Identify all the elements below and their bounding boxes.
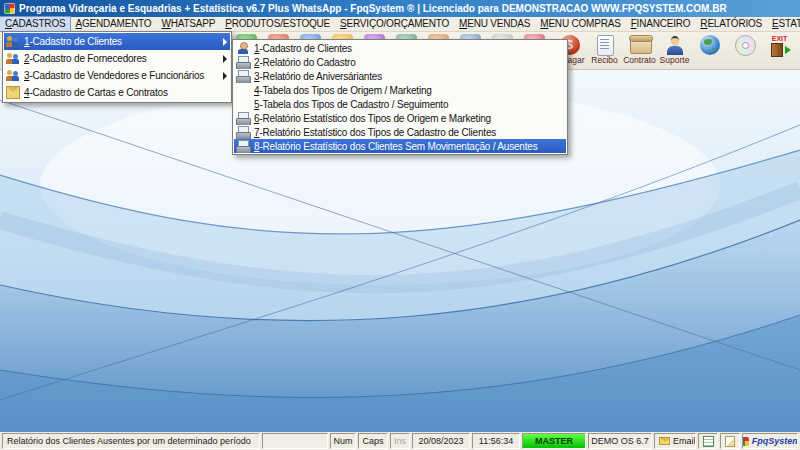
exit-button[interactable]: EXIT [762,33,797,55]
menu-item-icon [236,56,250,69]
menu-item[interactable]: 3-Cadastro de Vendedores e Funcionários [4,67,230,84]
menu-item-label: 7-Relatório Estatístico dos Tipos de Cad… [254,127,555,138]
menu-item-icon [236,140,250,153]
exit-label: EXIT [767,35,793,42]
menu-item-label: 3-Cadastro de Vendedores e Funcionários [24,70,219,81]
menu-item-label: 4-Cadastro de Cartas e Contratos [24,87,219,98]
toolbar-button[interactable] [727,33,762,65]
brand-badge: FpqSystem [742,433,798,449]
menu-item[interactable]: 4-Cadastro de Cartas e Contratos [4,84,230,101]
menu-item-label: 3-Relatório de Aniversáriantes [254,71,555,82]
toolbar-button-icon [594,35,616,55]
fpqsystem-logo-icon [742,437,749,446]
menubar-item[interactable]: MENU COMPRAS [535,17,625,31]
menu-item-icon [236,70,250,83]
menubar-item[interactable]: PRODUTOS/ESTOQUE [220,17,335,31]
toolbar-button[interactable]: Suporte [657,33,692,65]
app-icon [4,3,15,14]
menu-item-label: 5-Tabela dos Tipos de Cadastro / Seguime… [254,99,555,110]
menu-item-label: 6-Relatório Estatístico dos Tipos de Ori… [254,113,555,124]
toolbar-button[interactable] [692,33,727,65]
email-button[interactable]: Email [654,433,696,449]
submenu-arrow-icon [223,55,227,63]
submenu-arrow-icon [223,38,227,46]
version-display: DEMO OS 6.7 [588,433,652,449]
menu-item-icon [236,98,250,111]
menu-item-icon [6,69,20,82]
clientes-submenu: 1-Cadastro de Clientes 2-Relatório do Ca… [232,39,568,155]
status-filler [262,433,328,449]
time-display: 11:56:34 [472,433,520,449]
cadastros-menu: 1-Cadastro de Clientes 2-Cadastro de For… [2,31,232,103]
app-window: Programa Vidraçaria e Esquadrias + Estat… [0,0,800,450]
capslock-indicator: Caps [358,433,388,449]
menubar-item[interactable]: RELATÓRIOS [695,17,767,31]
titlebar[interactable]: Programa Vidraçaria e Esquadrias + Estat… [0,0,800,17]
menubar-item[interactable]: WHATSAPP [156,17,220,31]
toolbar-button-label: Recibo [591,56,617,65]
toolbar-button[interactable]: Recibo [587,33,622,65]
submenu-arrow-icon [223,72,227,80]
toolbar-button[interactable]: Contrato [622,33,657,65]
menubar-item[interactable]: CADASTROS [0,17,70,31]
statusbar: Relatório dos Clientes Ausentes por um d… [0,432,800,450]
menu-item[interactable]: 8-Relatório Estatístico dos Clientes Sem… [234,139,566,153]
spreadsheet-icon [703,436,714,447]
toolbar-button-label: Contrato [623,56,656,65]
status-hint: Relatório dos Clientes Ausentes por um d… [2,433,260,449]
envelope-icon [659,437,670,445]
toolbar-button-icon [664,35,686,55]
menu-item-icon [236,42,250,55]
menu-item-icon [6,35,20,48]
menu-item-label: 4-Tabela dos Tipos de Origem / Marketing [254,85,555,96]
menubar-item[interactable]: FINANCEIRO [626,17,696,31]
spreadsheet-button[interactable] [698,433,718,449]
brand-label: FpqSystem [752,436,798,446]
menu-item[interactable]: 4-Tabela dos Tipos de Origem / Marketing [234,83,566,97]
date-display: 20/08/2023 [412,433,470,449]
toolbar-button-icon [699,35,721,55]
menubar-item[interactable]: AGENDAMENTO [70,17,156,31]
menu-item[interactable]: 1-Cadastro de Clientes [4,33,230,50]
menu-item[interactable]: 7-Relatório Estatístico dos Tipos de Cad… [234,125,566,139]
notes-button[interactable] [720,433,740,449]
user-badge: MASTER [522,433,586,449]
menubar-item[interactable]: MENU VENDAS [454,17,535,31]
toolbar-button-label: Suporte [660,56,690,65]
menu-item-label: 2-Cadastro de Fornecedores [24,53,219,64]
exit-door-icon: EXIT [767,35,793,55]
menubar-item[interactable]: SERVIÇO/ORÇAMENTO [335,17,454,31]
insert-indicator: Ins [390,433,410,449]
menu-item-icon [236,126,250,139]
menubar-item[interactable]: ESTATISTICA [767,17,800,31]
menu-item[interactable]: 3-Relatório de Aniversáriantes [234,69,566,83]
toolbar-button-icon [629,35,651,55]
menu-item-label: 1-Cadastro de Clientes [24,36,219,47]
menu-item-icon [6,52,20,65]
menu-item-label: 8-Relatório Estatístico dos Clientes Sem… [254,141,555,152]
numlock-indicator: Num [330,433,356,449]
menu-item-label: 2-Relatório do Cadastro [254,57,555,68]
menu-item[interactable]: 1-Cadastro de Clientes [234,41,566,55]
menu-item-icon [236,112,250,125]
menu-item[interactable]: 2-Relatório do Cadastro [234,55,566,69]
menu-item[interactable]: 6-Relatório Estatístico dos Tipos de Ori… [234,111,566,125]
menu-item[interactable]: 2-Cadastro de Fornecedores [4,50,230,67]
note-icon [725,436,735,447]
menu-item-icon [6,86,20,99]
menu-item-icon [236,84,250,97]
menubar: CADASTROSAGENDAMENTOWHATSAPPPRODUTOS/EST… [0,17,800,32]
menu-item-label: 1-Cadastro de Clientes [254,43,555,54]
email-label: Email [673,436,696,446]
menu-item[interactable]: 5-Tabela dos Tipos de Cadastro / Seguime… [234,97,566,111]
toolbar-button-icon [734,35,756,55]
window-title: Programa Vidraçaria e Esquadrias + Estat… [19,3,727,14]
